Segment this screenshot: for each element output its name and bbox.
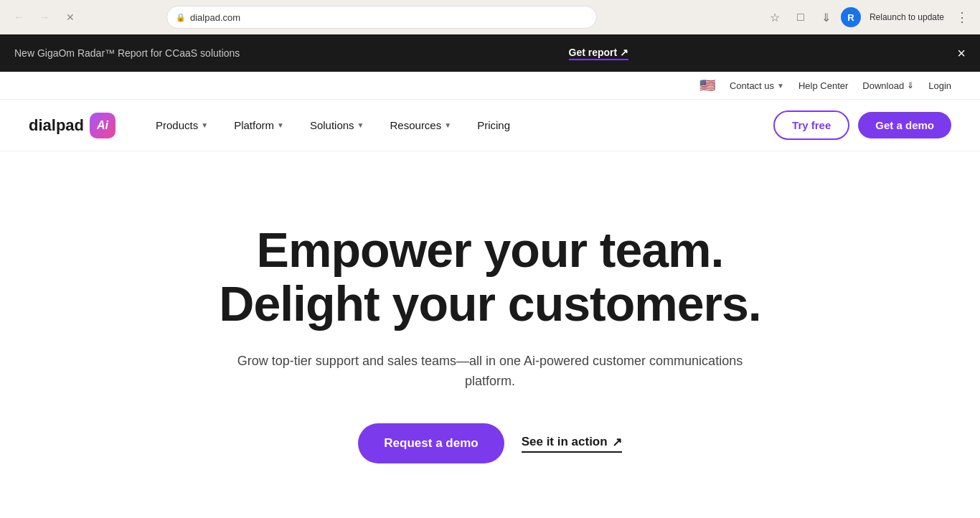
- browser-menu-button[interactable]: ⋮: [953, 6, 971, 28]
- back-button[interactable]: ←: [9, 7, 29, 27]
- logo[interactable]: dialpad Ai: [29, 113, 116, 138]
- nav-item-platform[interactable]: Platform ▼: [222, 113, 296, 137]
- bookmark-button[interactable]: ☆: [763, 6, 786, 29]
- login-link[interactable]: Login: [928, 80, 951, 91]
- platform-chevron-icon: ▼: [277, 121, 284, 129]
- announcement-link[interactable]: Get report ↗: [569, 47, 629, 60]
- forward-button[interactable]: →: [34, 7, 55, 27]
- nav-item-products[interactable]: Products ▼: [144, 113, 220, 137]
- url-text: dialpad.com: [190, 12, 588, 23]
- logo-text: dialpad: [29, 116, 84, 135]
- nav-links: Products ▼ Platform ▼ Solutions ▼ Resour…: [144, 113, 773, 137]
- reload-button[interactable]: ✕: [60, 7, 80, 27]
- hero-cta-area: Request a demo See it in action ↗: [29, 423, 951, 463]
- request-demo-button[interactable]: Request a demo: [358, 423, 504, 463]
- address-bar[interactable]: 🔒 dialpad.com: [166, 6, 597, 29]
- hero-subtext: Grow top-tier support and sales teams—al…: [232, 351, 748, 392]
- announcement-close-button[interactable]: ×: [957, 46, 966, 60]
- logo-badge: Ai: [90, 113, 116, 138]
- contact-chevron-icon: ▼: [777, 82, 784, 90]
- download-button[interactable]: ⇓: [815, 6, 838, 29]
- hero-section: Empower your team. Delight your customer…: [0, 151, 980, 507]
- see-action-arrow-icon: ↗: [612, 435, 622, 450]
- hero-headline: Empower your team. Delight your customer…: [29, 223, 951, 331]
- main-nav: dialpad Ai Products ▼ Platform ▼ Solutio…: [0, 100, 980, 151]
- download-link[interactable]: Download ⇓: [862, 80, 914, 91]
- profile-button[interactable]: R: [841, 7, 861, 27]
- hero-headline-line1: Empower your team.: [257, 222, 724, 277]
- download-icon: ⇓: [907, 80, 914, 90]
- nav-item-solutions[interactable]: Solutions ▼: [298, 113, 376, 137]
- nav-item-pricing[interactable]: Pricing: [466, 113, 522, 137]
- nav-item-resources[interactable]: Resources ▼: [379, 113, 463, 137]
- extensions-button[interactable]: □: [789, 6, 812, 29]
- try-free-button[interactable]: Try free: [773, 110, 849, 140]
- solutions-chevron-icon: ▼: [357, 121, 364, 129]
- utility-bar: 🇺🇸 Contact us ▼ Help Center Download ⇓ L…: [0, 72, 980, 100]
- get-demo-button[interactable]: Get a demo: [858, 112, 951, 138]
- lock-icon: 🔒: [176, 13, 186, 22]
- hero-headline-line2: Delight your customers.: [219, 276, 760, 331]
- see-action-link[interactable]: See it in action ↗: [522, 435, 622, 453]
- logo-badge-text: Ai: [97, 119, 108, 132]
- announcement-banner: New GigaOm Radar™ Report for CCaaS solut…: [0, 34, 980, 72]
- products-chevron-icon: ▼: [201, 121, 208, 129]
- nav-cta-area: Try free Get a demo: [773, 110, 951, 140]
- browser-chrome: ← → ✕ 🔒 dialpad.com ☆ □ ⇓ R Relaunch to …: [0, 0, 980, 34]
- contact-us-link[interactable]: Contact us ▼: [730, 80, 784, 91]
- flag-icon[interactable]: 🇺🇸: [699, 77, 715, 93]
- announcement-text: New GigaOm Radar™ Report for CCaaS solut…: [14, 47, 240, 59]
- relaunch-button[interactable]: Relaunch to update: [864, 9, 950, 25]
- browser-actions: ☆ □ ⇓ R Relaunch to update ⋮: [763, 6, 971, 29]
- browser-toolbar: ← → ✕ 🔒 dialpad.com ☆ □ ⇓ R Relaunch to …: [0, 0, 980, 34]
- resources-chevron-icon: ▼: [444, 121, 451, 129]
- help-center-link[interactable]: Help Center: [798, 80, 848, 91]
